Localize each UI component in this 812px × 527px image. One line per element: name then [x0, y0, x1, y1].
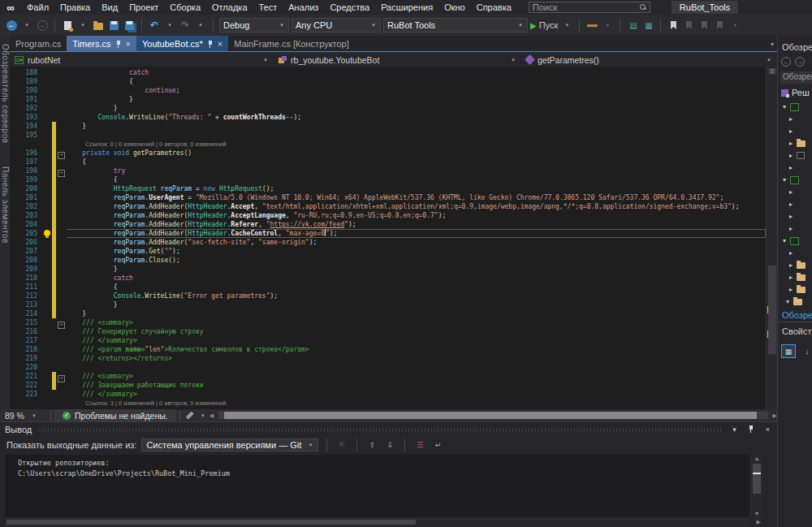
- code-cleanup-button[interactable]: [184, 408, 197, 423]
- solution-explorer-bottom-tab[interactable]: Обозрев: [782, 310, 812, 320]
- glyph-margin[interactable]: [42, 390, 52, 399]
- outline-margin[interactable]: [56, 68, 67, 77]
- undo-button[interactable]: ↶: [148, 18, 161, 32]
- expanded-arrow-icon[interactable]: ▾: [781, 237, 788, 244]
- outline-margin[interactable]: [56, 86, 67, 95]
- build-solution-button[interactable]: ▦: [641, 18, 654, 32]
- glyph-margin[interactable]: [42, 86, 52, 95]
- editor-split-handle[interactable]: ☰: [768, 68, 776, 75]
- glyph-margin[interactable]: [42, 399, 52, 408]
- glyph-margin[interactable]: [42, 68, 52, 77]
- save-all-button[interactable]: [123, 18, 136, 32]
- code-line-208[interactable]: 208 reqParam.Close();: [10, 256, 766, 265]
- code-line-193[interactable]: 193 Console.WriteLine("Threads: " + coun…: [10, 113, 766, 122]
- outline-margin[interactable]: [56, 247, 67, 256]
- collapsed-arrow-icon[interactable]: ▸: [788, 115, 794, 123]
- project-dropdown[interactable]: C# rubotNet ▾: [10, 53, 274, 67]
- server-explorer-tab[interactable]: Обозреватель серверов: [1, 44, 10, 144]
- outline-margin[interactable]: [56, 390, 67, 399]
- outline-margin[interactable]: [56, 256, 67, 265]
- collapsed-arrow-icon[interactable]: ▸: [788, 201, 794, 208]
- outline-margin[interactable]: [56, 345, 67, 354]
- outline-margin[interactable]: [56, 193, 67, 202]
- expanded-arrow-icon[interactable]: ▾: [784, 298, 791, 305]
- solution-tree-item-16[interactable]: ▾: [778, 296, 812, 308]
- outline-margin[interactable]: −: [56, 149, 67, 158]
- solution-node[interactable]: Реш: [781, 88, 810, 97]
- toolbar-overflow-icon[interactable]: ▾: [601, 18, 614, 32]
- scrollbar-thumb[interactable]: [224, 412, 757, 419]
- code-line-212[interactable]: 212 Console.WriteLine("Error get paramet…: [10, 292, 766, 300]
- glyph-margin[interactable]: [42, 104, 52, 113]
- outline-margin[interactable]: [56, 300, 67, 309]
- scroll-down-icon[interactable]: ▼: [751, 511, 762, 516]
- outline-margin[interactable]: [56, 354, 67, 363]
- search-input[interactable]: Поиск: [529, 2, 650, 13]
- glyph-margin[interactable]: [42, 175, 52, 184]
- output-horizontal-scrollbar[interactable]: [5, 518, 749, 526]
- scroll-left-icon[interactable]: ◀: [209, 413, 214, 419]
- code-line-203[interactable]: 203 reqParam.AddHeader(HttpHeader.Accept…: [10, 211, 766, 220]
- outline-margin[interactable]: [56, 327, 67, 336]
- collapsed-arrow-icon[interactable]: ▸: [788, 127, 794, 135]
- collapsed-arrow-icon[interactable]: ▸: [788, 164, 794, 171]
- codelens-info[interactable]: Ссылок: 0 | 0 изменений | 0 авторов, 0 и…: [85, 140, 226, 148]
- startup-project-select[interactable]: RuBot Tools ▾: [383, 18, 528, 32]
- outline-margin[interactable]: [56, 131, 67, 140]
- outline-margin[interactable]: [56, 274, 67, 283]
- outline-margin[interactable]: [56, 202, 67, 211]
- word-wrap-icon[interactable]: ↵: [431, 439, 444, 451]
- start-dropdown-icon[interactable]: ▾: [560, 18, 573, 32]
- glyph-margin[interactable]: [42, 77, 52, 86]
- code-line-223[interactable]: 223 /// </summary>: [10, 390, 766, 399]
- glyph-margin[interactable]: [42, 336, 52, 345]
- editor-horizontal-scrollbar[interactable]: [218, 412, 768, 419]
- code-line-217[interactable]: 217 /// </summary>: [10, 336, 766, 345]
- code-line-197[interactable]: 197 {: [10, 158, 766, 166]
- solution-tree-item-3[interactable]: ▸: [778, 137, 812, 149]
- scroll-up-icon[interactable]: ▲: [751, 456, 762, 461]
- glyph-margin[interactable]: [42, 318, 52, 327]
- glyph-margin[interactable]: [42, 229, 52, 238]
- menu-item-файл[interactable]: Файл: [21, 2, 54, 12]
- zoom-level-select[interactable]: 89 % ▾: [5, 411, 47, 421]
- glyph-margin[interactable]: [42, 283, 52, 292]
- output-header[interactable]: Вывод ▾ ×: [0, 422, 777, 436]
- output-source-select[interactable]: Система управления версиями — Git ▾: [141, 438, 318, 451]
- collapsed-arrow-icon[interactable]: ▸: [788, 249, 794, 257]
- code-line-189[interactable]: 189 {: [10, 77, 766, 86]
- menu-item-анализ[interactable]: Анализ: [283, 2, 324, 12]
- outline-margin[interactable]: [56, 184, 67, 193]
- code-line-191[interactable]: 191 }: [10, 95, 766, 104]
- pin-icon[interactable]: [207, 40, 214, 48]
- toolbar-overflow-icon[interactable]: ▾: [728, 18, 741, 32]
- code-line-192[interactable]: 192 }: [10, 104, 766, 113]
- code-line-215[interactable]: 215− /// <summary>: [10, 318, 766, 327]
- solution-tree-item-6[interactable]: ▾: [778, 174, 812, 186]
- code-line-202[interactable]: 202 reqParam.AddHeader(HttpHeader.Accept…: [10, 202, 766, 211]
- code-line-196[interactable]: 196− private void getParametres(): [10, 149, 766, 158]
- glyph-margin[interactable]: [42, 256, 52, 265]
- outline-margin[interactable]: [56, 336, 67, 345]
- outline-margin[interactable]: [56, 229, 67, 238]
- tab-mainframe.cs-конструктор-[interactable]: MainFrame.cs [Конструктор]: [228, 36, 355, 51]
- new-file-button[interactable]: [61, 18, 74, 32]
- expanded-arrow-icon[interactable]: ▾: [781, 103, 788, 110]
- glyph-margin[interactable]: [42, 131, 52, 140]
- menu-item-расширения[interactable]: Расширения: [375, 2, 438, 12]
- solution-tree-item-13[interactable]: ▸: [778, 259, 812, 271]
- outline-margin[interactable]: [56, 122, 67, 131]
- output-text-area[interactable]: Открытие репозиториев:C:\Users\scrap\One…: [5, 455, 749, 517]
- solution-tree-item-5[interactable]: ▸: [778, 162, 812, 174]
- glyph-margin[interactable]: [42, 113, 52, 122]
- outline-margin[interactable]: [56, 113, 67, 122]
- menu-item-правка[interactable]: Правка: [54, 2, 96, 12]
- code-cleanup-dropdown-icon[interactable]: ▾: [200, 413, 206, 419]
- close-icon[interactable]: ×: [763, 425, 772, 434]
- collapsed-arrow-icon[interactable]: ▸: [788, 140, 794, 147]
- glyph-margin[interactable]: [42, 247, 52, 256]
- categorized-view-icon[interactable]: ▦: [781, 344, 796, 358]
- glyph-margin[interactable]: [42, 202, 52, 211]
- outline-margin[interactable]: [56, 175, 67, 184]
- navigate-back-button[interactable]: ←: [5, 18, 18, 32]
